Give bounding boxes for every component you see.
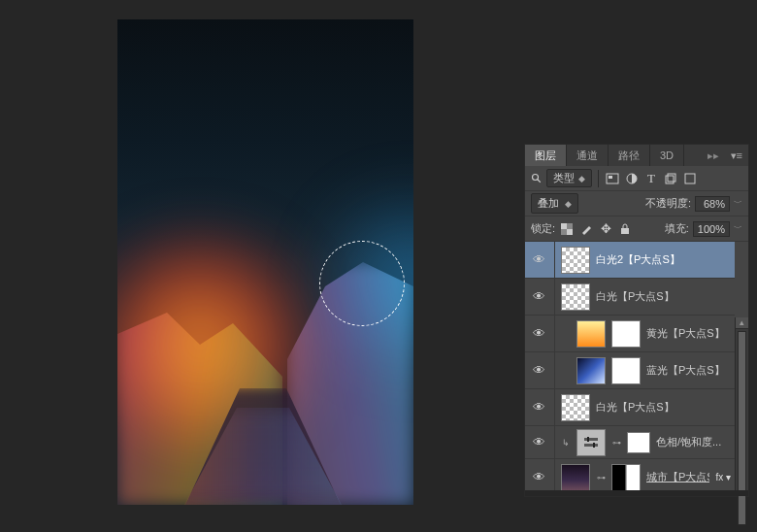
filter-row: 类型 ◆ T [525,166,748,191]
tab-paths[interactable]: 路径 [609,145,650,166]
layer-name[interactable]: 白光【P大点S】 [596,400,731,415]
layer-mask-thumb[interactable] [611,464,641,491]
layers-panel: 图层 通道 路径 3D ▸▸ ▾≡ 类型 ◆ T 叠加 ◆ 不透明度: 68% … [524,144,749,497]
lock-all-icon[interactable] [617,221,633,237]
canvas-area[interactable] [117,19,413,505]
opacity-label: 不透明度: [645,196,691,211]
chevron-down-icon[interactable]: ﹀ [734,222,742,235]
lock-label: 锁定: [531,221,555,236]
layer-name[interactable]: 色相/饱和度... [656,435,731,449]
blend-mode-select[interactable]: 叠加 ◆ [531,193,578,214]
layer-name[interactable]: 城市【P大点S】 [646,470,709,484]
fill-value[interactable]: 100% [693,221,730,237]
layer-thumb[interactable] [561,464,590,491]
svg-rect-14 [587,437,589,442]
blend-row: 叠加 ◆ 不透明度: 68% ﹀ [525,191,748,216]
layer-name[interactable]: 黄光【P大点S】 [646,326,731,341]
chevron-down-icon: ◆ [565,199,572,209]
lock-transparent-icon[interactable] [559,221,575,237]
selection-marquee [319,241,405,326]
visibility-icon[interactable]: 👁 [529,289,548,304]
lock-position-icon[interactable]: ✥ [598,221,613,237]
svg-rect-13 [584,444,598,447]
svg-rect-5 [666,176,674,183]
clip-indicator-icon: ↳ [561,438,571,448]
layer-name[interactable]: 白光2【P大点S】 [596,252,731,267]
chevron-down-icon: ◆ [578,174,585,183]
layer-thumb[interactable] [561,283,590,311]
svg-rect-7 [685,174,695,183]
filter-kind-label: 类型 [553,171,575,185]
svg-line-1 [538,179,541,182]
adjustment-thumb[interactable] [576,429,606,456]
fill-label: 填充: [665,221,689,236]
layer-row[interactable]: 👁 蓝光【P大点S】 [525,352,735,389]
filter-adjust-icon[interactable] [624,171,640,186]
svg-rect-10 [567,229,573,235]
svg-rect-6 [668,174,675,182]
svg-rect-9 [561,223,567,229]
scroll-up-icon[interactable]: ▴ [736,317,748,329]
svg-point-0 [533,174,539,180]
layer-row[interactable]: 👁 黄光【P大点S】 [525,316,735,352]
filter-shape-icon[interactable] [663,171,678,186]
layer-row[interactable]: 👁 ↳ ⊶ 色相/饱和度... [525,426,735,459]
filter-type-icon[interactable]: T [643,171,659,186]
layer-thumb[interactable] [576,320,606,348]
tab-channels[interactable]: 通道 [567,145,609,166]
layer-thumb[interactable] [561,247,590,274]
filter-pixel-icon[interactable] [605,171,620,186]
panel-menu-icon[interactable]: ▾≡ [725,150,748,162]
link-icon: ⊶ [611,438,621,448]
layer-thumb[interactable] [561,394,590,421]
layer-mask-thumb[interactable] [611,320,641,348]
visibility-icon[interactable]: 👁 [529,363,548,378]
svg-rect-3 [609,176,612,179]
chevron-down-icon[interactable]: ﹀ [734,197,742,210]
layers-scrollbar[interactable]: ▴ [735,317,748,496]
panel-tabs: 图层 通道 路径 3D ▸▸ ▾≡ [525,145,748,166]
tab-3d[interactable]: 3D [650,145,684,166]
visibility-icon[interactable]: 👁 [529,470,548,484]
link-icon: ⊶ [596,473,606,482]
lock-row: 锁定: ✥ 填充: 100% ﹀ [525,216,748,242]
visibility-icon[interactable]: 👁 [529,252,548,267]
svg-rect-11 [621,228,629,234]
layer-row[interactable]: 👁 白光2【P大点S】 [525,242,735,279]
fx-badge[interactable]: fx ▾ [715,472,731,482]
opacity-value[interactable]: 68% [695,196,730,212]
visibility-icon[interactable]: 👁 [529,435,548,449]
layer-row[interactable]: 👁 白光【P大点S】 [525,279,735,316]
visibility-icon[interactable]: 👁 [529,400,548,415]
layer-mask-thumb[interactable] [611,357,641,384]
filter-kind-select[interactable]: 类型 ◆ [546,169,592,187]
svg-rect-12 [584,438,598,441]
layer-mask-thumb[interactable] [627,432,650,453]
layer-name[interactable]: 白光【P大点S】 [596,289,731,304]
lock-pixels-icon[interactable] [578,221,594,237]
blend-mode-value: 叠加 [538,196,559,211]
expand-icon[interactable]: ▸▸ [702,150,725,162]
layer-thumb[interactable] [576,357,606,384]
search-icon [531,173,543,184]
layer-row[interactable]: 👁 白光【P大点S】 [525,389,735,426]
layer-name[interactable]: 蓝光【P大点S】 [646,363,731,378]
filter-smart-icon[interactable] [682,171,698,186]
tab-layers[interactable]: 图层 [525,145,567,166]
scroll-thumb[interactable] [738,331,746,525]
layers-list: 👁 白光2【P大点S】 👁 白光【P大点S】 👁 黄光【P大点S】 👁 蓝光【P… [525,242,748,496]
svg-rect-15 [593,443,595,448]
visibility-icon[interactable]: 👁 [529,326,548,341]
